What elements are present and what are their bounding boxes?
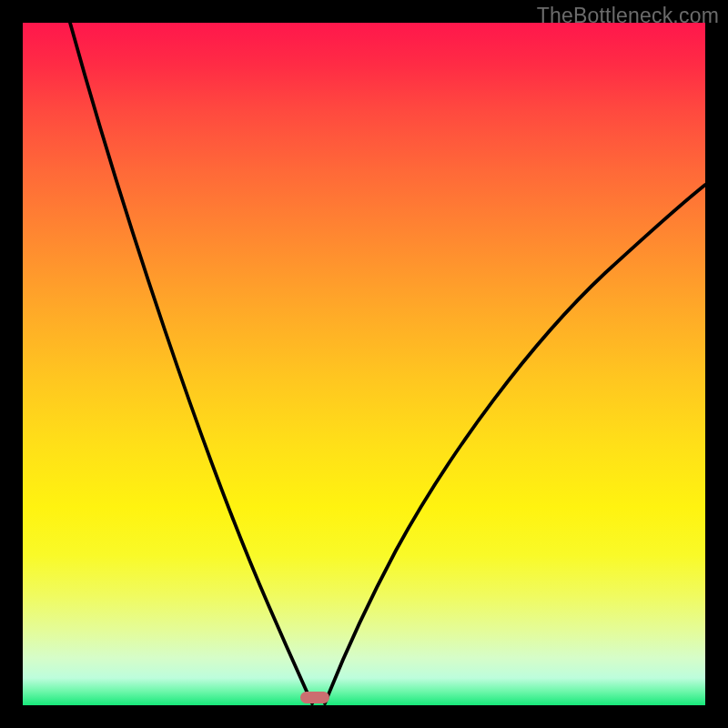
watermark-text: TheBottleneck.com bbox=[537, 4, 719, 28]
plot-area bbox=[23, 23, 705, 705]
curve-left-branch bbox=[70, 23, 312, 703]
bottleneck-marker bbox=[300, 692, 329, 703]
curve-right-branch bbox=[325, 185, 705, 703]
bottleneck-curve bbox=[23, 23, 705, 705]
